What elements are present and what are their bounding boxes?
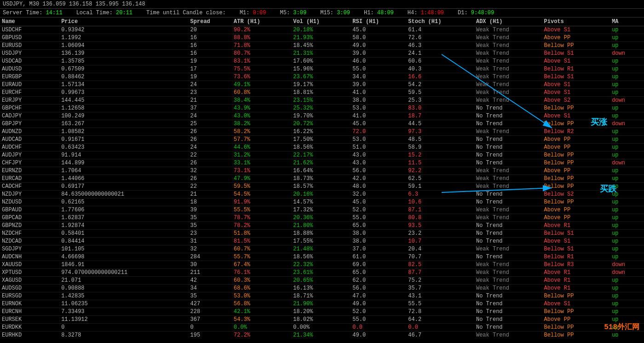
cell-pivot: Above S1 — [542, 238, 610, 245]
cell-rsi: 37.0 — [351, 245, 406, 253]
cell-rsi: 65.0 — [351, 222, 406, 230]
cell-rsi: 56.0 — [351, 167, 406, 175]
cell-rsi: 58.0 — [351, 34, 406, 42]
cell-pivot: Bellow S1 — [542, 245, 610, 253]
cell-name: EURNOK — [0, 300, 59, 308]
cell-stoch: 25.3 — [406, 97, 474, 105]
cell-spread: 16 — [189, 34, 232, 42]
cell-pivot: Bellow PP — [542, 105, 610, 112]
cell-spread: 17 — [189, 65, 232, 73]
table-row: USDCHF 0.93942 20 90.2% 20.18% 45.0 61.4… — [0, 26, 644, 34]
cell-adx: Weak Trend — [474, 73, 542, 81]
cell-price: 1.35785 — [59, 58, 188, 65]
cell-adx: Weak Trend — [474, 97, 542, 105]
cell-ma: up — [610, 26, 644, 34]
table-row: AUDCAD 0.91671 26 57.7% 17.50% 53.0 48.5… — [0, 136, 644, 144]
cell-atr: 31.2% — [232, 151, 291, 159]
cell-pivot: Bellow S1 — [542, 230, 610, 238]
cell-atr: 57.7% — [232, 136, 291, 144]
cell-price: 4.66698 — [59, 253, 188, 261]
cell-stoch: 82.5 — [406, 261, 474, 269]
cell-vol: 18.02% — [291, 316, 351, 324]
cell-name: GBPJPY — [0, 120, 59, 128]
cell-stoch: 58.9 — [406, 144, 474, 151]
cell-name: NZDCAD — [0, 238, 59, 245]
cell-rsi: 43.0 — [351, 151, 406, 159]
table-row: CADCHF 0.69177 22 59.5% 18.57% 48.0 59.1… — [0, 183, 644, 191]
cell-spread: 26 — [189, 136, 232, 144]
cell-name: NZDUSD — [0, 198, 59, 206]
cell-pivot: Bellow PP — [542, 324, 610, 331]
cell-name: EURUSD — [0, 42, 59, 50]
cell-adx: No Trend — [474, 136, 542, 144]
cell-name: NZDCHF — [0, 230, 59, 238]
cell-name: EURGBP — [0, 73, 59, 81]
col-header-name: Name — [0, 17, 59, 26]
cell-ma: up — [610, 183, 644, 191]
cell-stoch: 20.4 — [406, 245, 474, 253]
cell-name: EURDKK — [0, 324, 59, 331]
cell-atr: 78.7% — [232, 214, 291, 222]
cell-ma: up — [610, 324, 644, 331]
cell-vol: 21.48% — [291, 245, 351, 253]
cell-stoch: 59.5 — [406, 89, 474, 97]
cell-adx: Weak Trend — [474, 175, 542, 183]
cell-stoch: 97.3 — [406, 128, 474, 136]
table-row: EURCAD 1.44066 26 47.9% 18.73% 42.0 62.5… — [0, 175, 644, 183]
cell-stoch: 72.8 — [406, 308, 474, 316]
cell-vol: 21.90% — [291, 300, 351, 308]
cell-stoch: 75.2 — [406, 277, 474, 285]
table-row: USDJPY 136.139 16 80.7% 21.31% 39.0 24.1… — [0, 50, 644, 58]
cell-vol: 25.32% — [291, 105, 351, 112]
cell-rsi: 0.0 — [351, 324, 406, 331]
data-table: Name Price Spread ATR (H1) Vol (H1) RSI … — [0, 17, 644, 337]
cell-adx: No Trend — [474, 112, 542, 120]
cell-stoch: 87.1 — [406, 206, 474, 214]
cell-stoch: 83.0 — [406, 105, 474, 112]
cell-atr: 44.6% — [232, 144, 291, 151]
table-row: XAUUSD 1846.91 30 67.4% 22.32% 69.0 82.5… — [0, 261, 644, 269]
cell-price: 1.12658 — [59, 105, 188, 112]
cell-atr: 76.1% — [232, 269, 291, 277]
table-row: EURSGD 1.42835 35 53.0% 18.71% 47.0 43.1… — [0, 292, 644, 300]
h4-time: H4: 1:48:09 — [408, 10, 444, 16]
cell-spread: 22 — [189, 183, 232, 191]
col-header-vol: Vol (H1) — [291, 17, 351, 26]
cell-stoch: 6.3 — [406, 191, 474, 198]
cell-price: 1.44066 — [59, 175, 188, 183]
cell-ma: up — [610, 128, 644, 136]
cell-price: 1.08582 — [59, 128, 188, 136]
cell-adx: Weak Trend — [474, 58, 542, 65]
cell-rsi: 38.0 — [351, 230, 406, 238]
cell-ma: up — [610, 136, 644, 144]
cell-spread: 35 — [189, 214, 232, 222]
cell-stoch: 93.5 — [406, 222, 474, 230]
cell-vol: 23.15% — [291, 97, 351, 105]
cell-atr: 54.3% — [232, 316, 291, 324]
cell-price: 101.105 — [59, 245, 188, 253]
d1-time: D1: 9:48:09 — [458, 10, 494, 16]
cell-vol: 16.64% — [291, 167, 351, 175]
cell-rsi: 39.0 — [351, 81, 406, 89]
cell-rsi: 39.0 — [351, 50, 406, 58]
cell-vol: 20.18% — [291, 26, 351, 34]
cell-name: GBPAUD — [0, 206, 59, 214]
table-row: EURSEK 11.13912 367 54.3% 18.02% 55.0 64… — [0, 316, 644, 324]
cell-pivot: Above PP — [542, 316, 610, 324]
cell-price: 7.33493 — [59, 308, 188, 316]
cell-price: 1.1992 — [59, 34, 188, 42]
cell-rsi: 46.0 — [351, 58, 406, 65]
cell-name: EURSGD — [0, 292, 59, 300]
cell-stoch: 92.2 — [406, 167, 474, 175]
cell-name: EURNZD — [0, 167, 59, 175]
cell-spread: 32 — [189, 245, 232, 253]
cell-price: 91.914 — [59, 151, 188, 159]
cell-rsi: 52.0 — [351, 308, 406, 316]
table-row: AUDCHF 0.63423 24 44.6% 18.56% 51.0 58.9… — [0, 144, 644, 151]
main-table-container[interactable]: Name Price Spread ATR (H1) Vol (H1) RSI … — [0, 17, 644, 337]
cell-ma: up — [610, 292, 644, 300]
cell-ma: up — [610, 58, 644, 65]
cell-name: AUDJPY — [0, 151, 59, 159]
cell-name: NZDJPY — [0, 191, 59, 198]
cell-ma: up — [610, 206, 644, 214]
